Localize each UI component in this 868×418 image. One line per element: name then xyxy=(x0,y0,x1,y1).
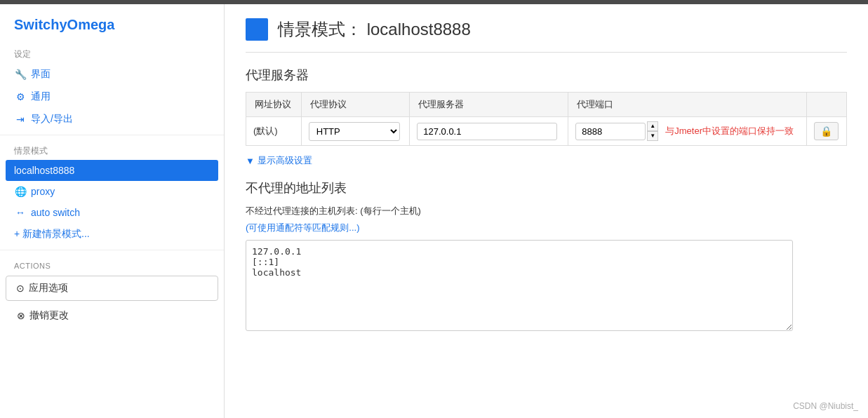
scenes-section-label: 情景模式 xyxy=(0,140,224,160)
page-title-name: localhost8888 xyxy=(367,20,471,39)
sidebar-item-new-scene[interactable]: + 新建情景模式... xyxy=(0,223,224,245)
apply-icon: ⊙ xyxy=(16,283,25,294)
scene-color-icon xyxy=(246,18,268,41)
col-proxy-port: 代理端口 xyxy=(568,93,806,117)
port-spinner: ▲ ▼ xyxy=(647,121,658,141)
row-lock-cell: 🔒 xyxy=(806,117,846,146)
csdn-watermark: CSDN @Niubist_ xyxy=(793,401,858,411)
globe-icon: 🌐 xyxy=(14,186,27,197)
col-actions xyxy=(806,93,846,117)
apply-button[interactable]: ⊙ 应用选项 xyxy=(6,276,218,301)
col-proxy-server: 代理服务器 xyxy=(410,93,568,117)
no-proxy-title: 不代理的地址列表 xyxy=(246,180,847,196)
page-title-prefix: 情景模式： xyxy=(278,20,362,39)
no-proxy-textarea[interactable] xyxy=(246,240,793,331)
wrench-icon: 🔧 xyxy=(14,69,27,80)
apply-button-label: 应用选项 xyxy=(29,282,68,295)
row-port-cell: ▲ ▼ 与Jmeter中设置的端口保持一致 xyxy=(568,117,806,146)
advanced-link-label: 显示高级设置 xyxy=(258,154,312,167)
sidebar-new-scene-label: + 新建情景模式... xyxy=(14,228,90,241)
wildcard-link[interactable]: (可使用通配符等匹配规则...) xyxy=(246,222,360,234)
cancel-button[interactable]: ⊗ 撤销更改 xyxy=(14,305,210,326)
wildcard-link-label: (可使用通配符等匹配规则...) xyxy=(246,222,360,233)
no-proxy-description: 不经过代理连接的主机列表: (每行一个主机) xyxy=(246,205,847,217)
protocol-select[interactable]: HTTP xyxy=(309,122,400,141)
page-title: 情景模式： localhost8888 xyxy=(278,18,471,41)
gear-icon: ⚙ xyxy=(14,91,27,102)
lock-button[interactable]: 🔒 xyxy=(814,122,839,140)
proxy-server-section: 代理服务器 网址协议 代理协议 代理服务器 代理端口 (默认) xyxy=(246,67,847,180)
sidebar-item-interface[interactable]: 🔧 界面 xyxy=(0,63,224,86)
server-input[interactable] xyxy=(417,123,557,140)
col-proxy-protocol: 代理协议 xyxy=(301,93,409,117)
sidebar-interface-label: 界面 xyxy=(31,68,51,81)
proxy-table: 网址协议 代理协议 代理服务器 代理端口 (默认) HTTP xyxy=(246,92,847,146)
no-proxy-section: 不代理的地址列表 不经过代理连接的主机列表: (每行一个主机) (可使用通配符等… xyxy=(246,180,847,333)
sidebar-item-auto-switch[interactable]: ↔ auto switch xyxy=(0,202,224,223)
sidebar-item-localhost[interactable]: localhost8888 xyxy=(6,160,218,181)
sidebar-import-label: 导入/导出 xyxy=(31,113,73,126)
sidebar-proxy-label: proxy xyxy=(31,186,55,197)
app-layout: SwitchyOmega 设定 🔧 界面 ⚙ 通用 ⇥ 导入/导出 情景模式 l… xyxy=(0,4,868,418)
sidebar-auto-switch-label: auto switch xyxy=(31,207,80,218)
sidebar-divider-1 xyxy=(0,135,224,135)
jmeter-note: 与Jmeter中设置的端口保持一致 xyxy=(665,125,794,137)
switch-icon: ↔ xyxy=(14,207,27,218)
sidebar-item-general[interactable]: ⚙ 通用 xyxy=(0,86,224,108)
sidebar-divider-2 xyxy=(0,250,224,250)
port-input-container: ▲ ▼ 与Jmeter中设置的端口保持一致 xyxy=(575,121,799,141)
port-input[interactable] xyxy=(575,123,646,140)
cancel-icon: ⊗ xyxy=(17,310,25,321)
page-header: 情景模式： localhost8888 xyxy=(246,18,847,53)
port-increment-button[interactable]: ▲ xyxy=(647,121,658,131)
sidebar: SwitchyOmega 设定 🔧 界面 ⚙ 通用 ⇥ 导入/导出 情景模式 l… xyxy=(0,4,225,418)
sidebar-logo: SwitchyOmega xyxy=(0,4,224,43)
col-url-protocol: 网址协议 xyxy=(246,93,302,117)
cancel-button-label: 撤销更改 xyxy=(29,309,69,322)
row-default-label: (默认) xyxy=(246,117,302,146)
row-protocol-cell: HTTP xyxy=(301,117,409,146)
port-decrement-button[interactable]: ▼ xyxy=(647,131,658,141)
import-icon: ⇥ xyxy=(14,114,27,125)
advanced-settings-link[interactable]: ▼ 显示高级设置 xyxy=(246,154,312,167)
app-title: SwitchyOmega xyxy=(14,17,114,32)
actions-section-label: ACTIONS xyxy=(0,255,224,273)
sidebar-item-import-export[interactable]: ⇥ 导入/导出 xyxy=(0,108,224,130)
row-server-cell xyxy=(410,117,568,146)
sidebar-item-proxy[interactable]: 🌐 proxy xyxy=(0,181,224,202)
proxy-section-title: 代理服务器 xyxy=(246,67,847,83)
proxy-row-default: (默认) HTTP ▲ ▼ xyxy=(246,117,847,146)
sidebar-localhost-label: localhost8888 xyxy=(14,165,74,176)
chevron-down-icon: ▼ xyxy=(246,156,255,166)
settings-section-label: 设定 xyxy=(0,43,224,63)
main-content: 情景模式： localhost8888 代理服务器 网址协议 代理协议 代理服务… xyxy=(225,4,868,418)
sidebar-general-label: 通用 xyxy=(31,90,51,103)
